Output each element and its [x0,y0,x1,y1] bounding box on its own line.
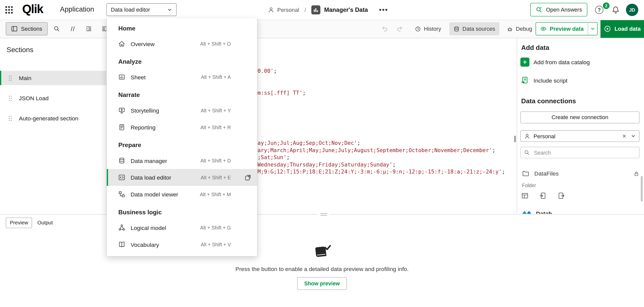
diamonds-icon [522,211,532,214]
app-launcher-button[interactable] [5,6,13,14]
chevron-down-icon [590,26,595,31]
undo-button[interactable] [378,22,391,35]
menu-group-home: Home [107,19,257,35]
indent-button[interactable] [82,22,95,35]
menu-item-data-manager[interactable]: Data manager Alt + Shift + D [107,152,257,169]
topbar: Qlik Application Data load editor Person… [0,0,644,20]
connection-actions [521,192,565,199]
chevron-down-icon [167,7,172,12]
more-options-button[interactable]: ••• [377,6,390,14]
lock-icon [633,170,639,177]
file-import-icon [539,192,547,199]
sections-panel-icon [11,25,18,32]
editor-toolbar: Sections [0,20,644,38]
toggle-sections-button[interactable]: Sections [6,22,48,35]
export-file-button[interactable] [557,192,565,199]
preview-data-split-button: Preview data [536,22,598,35]
breadcrumb-space[interactable]: Personal [277,7,299,13]
history-button[interactable]: History [411,22,445,35]
search-icon [53,25,60,32]
show-preview-button[interactable]: Show preview [297,277,347,290]
connections-scrollbar[interactable] [641,176,643,201]
section-item-json-load[interactable]: JSON Load [0,91,106,105]
book-icon [118,241,125,248]
data-connections-title: Data connections [521,97,576,105]
user-avatar[interactable]: JD [626,4,638,16]
space-selector[interactable]: Personal [520,130,639,142]
connection-search-input[interactable] [533,149,636,156]
search-script-button[interactable] [50,22,63,35]
clear-icon[interactable] [622,134,627,139]
menu-item-vocabulary[interactable]: Vocabulary Alt + Shift + V [107,236,257,253]
tab-output[interactable]: Output [33,218,57,228]
add-from-catalog-button[interactable]: Add from data catalog [520,58,590,67]
view-selector[interactable]: Data load editor [106,3,177,16]
menu-item-label: Overview [131,41,154,47]
breadcrumb: Personal / Manager's Data ••• [268,0,390,20]
drag-handle-icon[interactable] [8,75,12,81]
preview-data-caret-button[interactable] [588,23,597,35]
drag-handle-icon[interactable] [8,115,12,121]
create-connection-button[interactable]: Create new connection [520,111,639,123]
open-answers-button[interactable]: Open Answers [530,3,587,16]
plus-icon [520,58,530,67]
tab-preview[interactable]: Preview [6,218,32,228]
debug-label: Debug [516,26,532,32]
drag-handle-icon[interactable] [8,95,12,101]
load-data-label: Load data [615,26,641,32]
app-label: Application [60,5,94,14]
eye-icon [540,25,547,32]
menu-item-shortcut: Alt + Shift + A [201,74,231,80]
chevron-down-icon[interactable] [631,134,636,139]
logical-model-icon [118,224,125,231]
connection-item-datafiles[interactable]: DataFiles [517,167,644,180]
redo-button[interactable] [393,22,407,35]
menu-item-reporting[interactable]: Reporting Alt + Shift + R [107,119,257,136]
menu-item-shortcut: Alt + Shift + Y [201,108,231,113]
connection-item-partial[interactable]: Datab [517,207,644,214]
editor-scrollbar[interactable] [514,136,516,142]
breadcrumb-separator: / [304,7,306,13]
data-sources-label: Data sources [462,26,495,32]
comment-button[interactable] [66,22,79,35]
load-data-button[interactable]: Load data [600,20,644,38]
menu-item-shortcut: Alt + Shift + E [201,175,231,180]
section-item-main[interactable]: Main [0,71,106,85]
menu-item-overview[interactable]: Overview Alt + Shift + O [107,35,257,52]
qlik-logo: Qlik [22,3,43,16]
file-export-icon [557,192,565,199]
menu-item-logical-model[interactable]: Logical model Alt + Shift + G [107,219,257,236]
include-script-button[interactable]: Include script [520,76,568,85]
menu-item-storytelling[interactable]: Storytelling Alt + Shift + Y [107,102,257,119]
debug-button[interactable]: Debug [503,22,536,35]
sections-panel-title: Sections [7,46,33,54]
comment-slashes-icon [69,25,76,32]
menu-item-shortcut: Alt + Shift + O [200,41,231,47]
open-new-tab-icon [244,174,251,181]
menu-item-data-load-editor[interactable]: Data load editor Alt + Shift + E [107,169,257,186]
add-from-catalog-label: Add from data catalog [534,59,590,65]
menu-item-shortcut: Alt + Shift + G [200,225,231,230]
section-item-label: Auto-generated section [19,115,78,121]
menu-item-data-model-viewer[interactable]: Data model viewer Alt + Shift + M [107,186,257,203]
data-sources-button[interactable]: Data sources [449,22,499,35]
notifications-button[interactable] [612,6,620,14]
menu-item-label: Data load editor [131,174,171,181]
data-manager-icon [118,157,125,164]
book-check-icon [312,244,331,259]
import-file-button[interactable] [539,192,547,199]
app-window: Qlik Application Data load editor Person… [0,0,644,307]
bell-icon [612,6,620,14]
connection-name: Datab [536,210,552,214]
storytelling-icon [118,107,125,114]
select-data-button[interactable] [521,192,529,199]
preview-data-label: Preview data [550,26,584,32]
section-item-auto-generated[interactable]: Auto-generated section [0,111,106,125]
help-button[interactable]: ? [595,6,603,14]
pane-resize-handle[interactable] [317,212,330,217]
app-name[interactable]: Manager's Data [324,7,368,13]
menu-item-sheet[interactable]: Sheet Alt + Shift + A [107,69,257,86]
open-new-t​ab-button[interactable] [244,174,251,181]
preview-data-button[interactable]: Preview data [536,25,588,32]
code-icon [118,174,125,181]
